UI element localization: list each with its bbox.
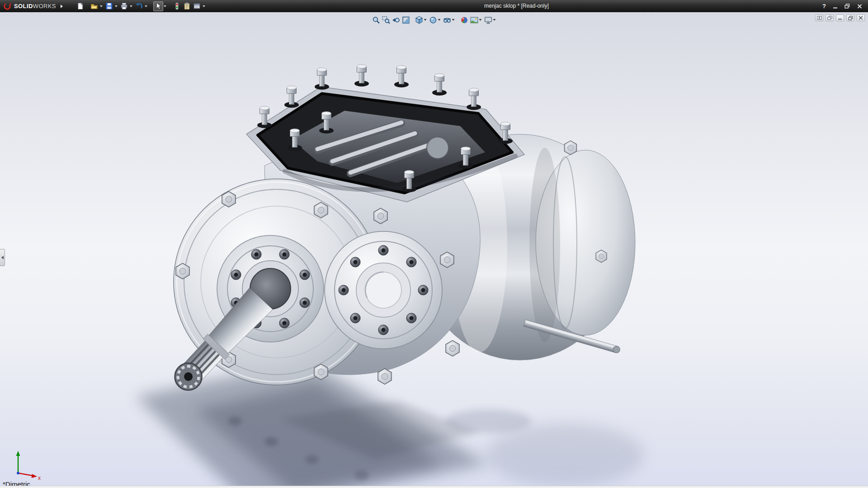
print-icon: [120, 2, 128, 10]
secondary-flange: [325, 231, 442, 349]
doc-cascade-button[interactable]: [826, 14, 834, 21]
display-style-icon: [429, 16, 437, 24]
save-dropdown-arrow[interactable]: [115, 5, 118, 7]
menu-expand-arrow[interactable]: [61, 5, 63, 8]
model-canvas[interactable]: [0, 12, 868, 486]
panel-collapse-tab[interactable]: [0, 249, 5, 266]
doc-minimize-button[interactable]: [836, 14, 844, 21]
doc-close-button[interactable]: [857, 14, 865, 21]
orientation-triad: x: [9, 448, 47, 481]
file-properties-button[interactable]: [182, 1, 192, 11]
document-title: menjac sklop * [Read-only]: [484, 0, 549, 12]
rebuild-traffic-light-icon: [173, 2, 181, 10]
view-settings-icon: [484, 16, 492, 24]
open-button[interactable]: [90, 1, 99, 11]
view-orientation-button[interactable]: [414, 15, 424, 25]
previous-view-icon: [392, 16, 400, 24]
cascade-windows-icon: [827, 16, 832, 20]
view-orientation-dropdown-arrow[interactable]: [424, 19, 427, 21]
doc-close-icon: [859, 16, 863, 20]
close-icon: [857, 4, 862, 9]
undo-dropdown-arrow[interactable]: [145, 5, 147, 7]
doc-restore-icon: [848, 16, 853, 20]
graphics-area[interactable]: x *Dimetric: [0, 12, 868, 486]
edit-appearance-ball-icon: [460, 16, 468, 24]
hide-show-glasses-icon: [443, 16, 451, 24]
minimize-button[interactable]: [830, 3, 840, 10]
display-style-button[interactable]: [428, 15, 438, 25]
save-floppy-icon: [105, 2, 113, 10]
tile-windows-icon: [817, 16, 822, 20]
previous-view-button[interactable]: [391, 15, 401, 25]
view-settings-dropdown-arrow[interactable]: [493, 19, 496, 21]
open-folder-icon: [90, 2, 98, 10]
select-button[interactable]: [153, 1, 163, 11]
doc-minimize-icon: [838, 16, 842, 20]
quick-access-toolbar: [75, 1, 207, 11]
heads-up-view-toolbar: [371, 15, 497, 25]
doc-restore-button[interactable]: [846, 14, 854, 21]
status-bar: [0, 486, 868, 488]
rebuild-button[interactable]: [172, 1, 182, 11]
apply-scene-icon: [470, 16, 478, 24]
minimize-icon: [833, 4, 838, 9]
zoom-to-fit-button[interactable]: [371, 15, 381, 25]
help-button[interactable]: ?: [821, 3, 827, 9]
zoom-to-area-icon: [382, 16, 390, 24]
view-settings-button[interactable]: [483, 15, 493, 25]
zoom-to-fit-icon: [372, 16, 380, 24]
document-window-controls: [815, 14, 865, 21]
collapse-arrow-icon: [1, 256, 4, 259]
zoom-to-area-button[interactable]: [381, 15, 391, 25]
new-document-button[interactable]: [75, 1, 85, 11]
solidworks-logo-icon: [3, 2, 12, 10]
undo-icon: [135, 2, 143, 10]
apply-scene-button[interactable]: [469, 15, 479, 25]
brand-works: WORKS: [33, 3, 56, 9]
undo-button[interactable]: [134, 1, 144, 11]
restore-button[interactable]: [843, 3, 852, 10]
view-orientation-cube-icon: [415, 16, 423, 24]
save-button[interactable]: [104, 1, 114, 11]
file-properties-icon: [183, 2, 191, 10]
select-cursor-icon: [154, 2, 162, 10]
options-button[interactable]: [192, 1, 202, 11]
triad-x-label: x: [38, 475, 41, 481]
doc-tile-button[interactable]: [815, 14, 823, 21]
title-bar: SOLIDWORKS: [0, 0, 868, 12]
hide-show-items-button[interactable]: [442, 15, 452, 25]
brand-solid: SOLID: [14, 3, 33, 9]
restore-icon: [844, 4, 850, 9]
print-dropdown-arrow[interactable]: [130, 5, 132, 7]
options-icon: [193, 2, 201, 10]
window-controls: ?: [821, 3, 868, 10]
options-dropdown-arrow[interactable]: [203, 5, 205, 7]
open-dropdown-arrow[interactable]: [100, 5, 103, 7]
edit-appearance-button[interactable]: [459, 15, 469, 25]
display-style-dropdown-arrow[interactable]: [438, 19, 441, 21]
solidworks-logo: SOLIDWORKS: [0, 2, 59, 10]
section-view-button[interactable]: [401, 15, 411, 25]
select-dropdown-arrow[interactable]: [164, 5, 166, 7]
apply-scene-dropdown-arrow[interactable]: [479, 19, 482, 21]
section-view-icon: [401, 16, 410, 24]
new-document-icon: [76, 2, 84, 10]
close-button[interactable]: [855, 3, 864, 10]
brand-text: SOLIDWORKS: [14, 3, 56, 9]
hide-show-items-dropdown-arrow[interactable]: [452, 19, 455, 21]
print-button[interactable]: [119, 1, 129, 11]
